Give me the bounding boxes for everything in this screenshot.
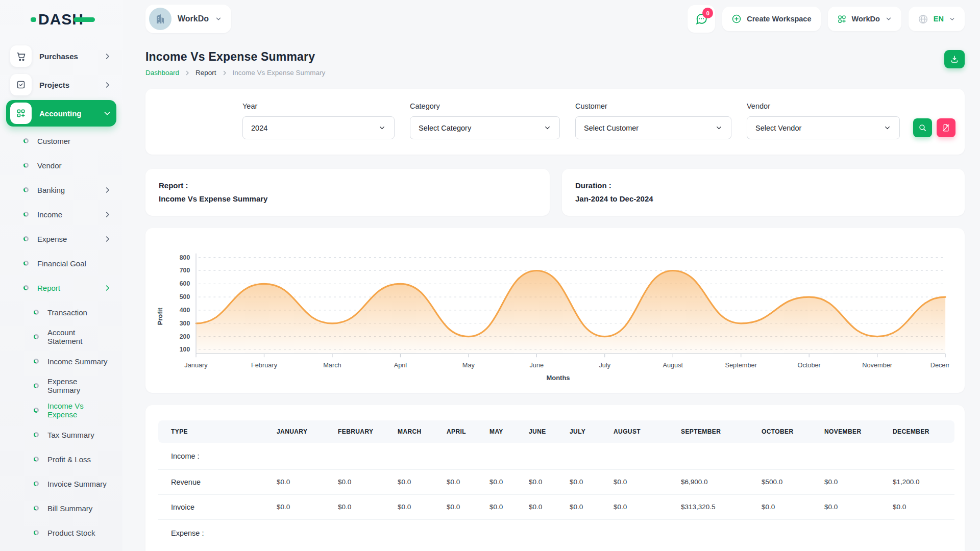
sidebar-item-income-vs-expense[interactable]: Income Vs Expense xyxy=(0,398,122,422)
page-head: Income Vs Expense Summary Dashboard Repo… xyxy=(145,50,965,77)
table-cell: $0.0 xyxy=(333,469,393,494)
sidebar-item-label: Product Stock xyxy=(47,529,95,537)
table-section-row: Income : xyxy=(158,443,954,470)
category-select[interactable]: Select Category xyxy=(410,116,560,139)
table-column-header: JUNE xyxy=(524,420,565,443)
sidebar-item-vendor[interactable]: Vendor xyxy=(0,153,122,178)
language-code: EN xyxy=(934,15,944,23)
chevron-right-icon xyxy=(104,81,111,89)
sidebar-item-bill-summary[interactable]: Bill Summary xyxy=(0,496,122,520)
sidebar-item-account-statement[interactable]: Account Statement xyxy=(0,324,122,349)
donut-icon xyxy=(34,408,39,413)
svg-text:700: 700 xyxy=(180,267,190,274)
table-cell: $0.0 xyxy=(524,469,565,494)
breadcrumb-dashboard[interactable]: Dashboard xyxy=(145,69,179,77)
donut-icon xyxy=(34,481,39,486)
table-cell-empty xyxy=(442,519,484,546)
sidebar-item-label: Income Summary xyxy=(47,357,108,366)
search-button[interactable] xyxy=(913,118,932,137)
chevron-right-icon xyxy=(184,70,190,76)
filter-customer: Customer Select Customer xyxy=(575,102,731,139)
table-cell-empty xyxy=(484,519,524,546)
year-select-value: 2024 xyxy=(251,124,267,132)
sidebar-item-report[interactable]: Report xyxy=(0,276,122,300)
svg-text:December: December xyxy=(930,361,949,369)
report-card-value: Income Vs Expense Summary xyxy=(159,194,536,203)
table-cell: $313,320.5 xyxy=(676,494,756,519)
reset-filter-button[interactable] xyxy=(937,118,955,137)
table-cell: $0.0 xyxy=(442,469,484,494)
table-cell: $0.0 xyxy=(565,469,608,494)
donut-icon xyxy=(34,383,39,388)
workdo-menu-button[interactable]: WorkDo xyxy=(828,7,901,31)
chevron-down-icon xyxy=(949,16,955,22)
sidebar-item-purchases[interactable]: Purchases xyxy=(6,43,116,69)
download-button[interactable] xyxy=(944,50,965,68)
sidebar-item-invoice-summary[interactable]: Invoice Summary xyxy=(0,471,122,496)
table-section-label: Expense : xyxy=(158,519,272,546)
sidebar-item-label: Expense Summary xyxy=(47,377,111,394)
logo-dash-icon xyxy=(74,17,95,22)
grid-plus-icon xyxy=(837,14,847,24)
table-cell-empty xyxy=(393,443,442,470)
page-title: Income Vs Expense Summary xyxy=(145,50,325,64)
sidebar-item-label: Expense xyxy=(37,235,67,243)
table-cell-empty xyxy=(524,443,565,470)
table-cell-empty xyxy=(524,519,565,546)
sidebar-item-accounting[interactable]: Accounting xyxy=(6,100,116,127)
workspace-name: WorkDo xyxy=(178,14,209,23)
sidebar-item-transaction[interactable]: Transaction xyxy=(0,300,122,324)
table-cell: $0.0 xyxy=(565,494,608,519)
customer-select[interactable]: Select Customer xyxy=(575,116,731,139)
donut-icon xyxy=(34,359,39,364)
table-cell: $0.0 xyxy=(484,494,524,519)
sidebar-item-tax-summary[interactable]: Tax Summary xyxy=(0,422,122,447)
table-cell: $0.0 xyxy=(484,469,524,494)
sidebar-item-label: Purchases xyxy=(39,52,96,61)
language-selector[interactable]: EN xyxy=(909,7,965,31)
workspace-avatar xyxy=(149,8,172,30)
sidebar-item-projects[interactable]: Projects xyxy=(6,71,116,98)
chevron-down-icon xyxy=(103,109,111,117)
svg-text:400: 400 xyxy=(180,307,190,314)
report-card-title: Report : xyxy=(159,181,536,190)
table-cell: $1,200.0 xyxy=(888,469,954,494)
svg-text:800: 800 xyxy=(180,254,190,261)
sidebar-item-product-stock[interactable]: Product Stock xyxy=(0,520,122,545)
sidebar-item-expense-summary[interactable]: Expense Summary xyxy=(0,373,122,398)
brand-logo[interactable]: DASH xyxy=(0,7,122,32)
sidebar-item-customer[interactable]: Customer xyxy=(0,129,122,153)
sidebar-item-income[interactable]: Income xyxy=(0,202,122,227)
filter-year-label: Year xyxy=(242,102,395,110)
table-column-header: JULY xyxy=(565,420,608,443)
donut-icon xyxy=(23,138,29,143)
duration-summary-card: Duration : Jan-2024 to Dec-2024 xyxy=(562,169,965,216)
sidebar-item-banking[interactable]: Banking xyxy=(0,178,122,202)
building-icon xyxy=(154,13,166,25)
sidebar-item-financial-goal[interactable]: Financial Goal xyxy=(0,251,122,276)
svg-text:300: 300 xyxy=(180,320,190,327)
svg-text:100: 100 xyxy=(180,346,190,353)
sidebar-item-label: Profit & Loss xyxy=(47,455,91,464)
workspace-switcher[interactable]: WorkDo xyxy=(145,5,231,33)
vendor-select[interactable]: Select Vendor xyxy=(747,116,900,139)
table-cell: $0.0 xyxy=(819,469,888,494)
sidebar-item-label: Income xyxy=(37,210,62,219)
sidebar-item-profit-loss[interactable]: Profit & Loss xyxy=(0,447,122,471)
sidebar-item-expense[interactable]: Expense xyxy=(0,227,122,251)
table-cell: $6,900.0 xyxy=(676,469,756,494)
table-cell-empty xyxy=(565,519,608,546)
table-cell: $0.0 xyxy=(888,494,954,519)
cart-icon xyxy=(10,45,32,67)
table-column-header: MAY xyxy=(484,420,524,443)
messages-button[interactable]: 0 xyxy=(688,5,715,33)
table-column-header: DECEMBER xyxy=(888,420,954,443)
breadcrumb-report[interactable]: Report xyxy=(195,69,216,77)
globe-icon xyxy=(918,14,928,24)
sidebar-item-cash-flow[interactable]: Cash Flow xyxy=(0,545,122,551)
donut-icon xyxy=(34,310,39,315)
year-select[interactable]: 2024 xyxy=(242,116,395,139)
sidebar-item-income-summary[interactable]: Income Summary xyxy=(0,349,122,373)
svg-text:August: August xyxy=(663,361,683,369)
create-workspace-button[interactable]: Create Workspace xyxy=(722,7,820,31)
